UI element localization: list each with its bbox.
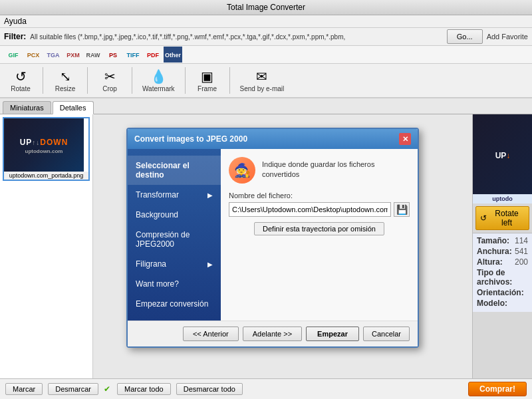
format-tga[interactable]: TGA <box>44 47 63 63</box>
app-title: Total Image Converter <box>227 3 305 12</box>
format-other[interactable]: Other <box>164 47 182 63</box>
toolbar-separator-1 <box>43 67 43 94</box>
comprar-button[interactable]: Comprar! <box>468 382 527 396</box>
menu-ayuda[interactable]: Ayuda <box>4 17 27 26</box>
dialog-header: Convert images to JPEG 2000 ✕ <box>128 129 418 149</box>
browse-button[interactable]: 💾 <box>394 202 410 217</box>
frame-icon: ▣ <box>201 68 213 84</box>
toolbar-separator-4 <box>185 67 186 94</box>
start-button[interactable]: Empezar <box>306 327 359 341</box>
tab-detalles[interactable]: Detalles <box>53 101 94 114</box>
resize-button[interactable]: ⤡ Resize <box>49 66 82 94</box>
sidebar-item-empezar[interactable]: Empezar conversión <box>128 294 221 314</box>
rotate-left-button[interactable]: ↺ Rotate left <box>475 206 529 230</box>
info-row-size: Tamaño: 114 <box>477 236 528 245</box>
check-icon: ✔ <box>104 384 110 394</box>
title-bar: Total Image Converter <box>0 0 532 15</box>
watermark-button[interactable]: 💧 Watermark <box>138 66 180 94</box>
format-raw[interactable]: RAW <box>84 47 102 63</box>
info-row-orientation: Orientación: <box>477 288 528 297</box>
thumbnail-item[interactable]: UP↑↓DOWN uptodown.com uptodown.com_porta… <box>3 117 90 181</box>
convert-dialog: Convert images to JPEG 2000 ✕ Selecciona… <box>126 128 419 348</box>
dialog-title: Convert images to JPEG 2000 <box>134 134 247 144</box>
desmarcar-todo-button[interactable]: Desmarcar todo <box>176 383 243 395</box>
info-row-filetype: Tipo de archivos: <box>477 268 528 287</box>
format-tiff[interactable]: TIFF <box>124 47 142 63</box>
sidebar-item-seleccionar[interactable]: Seleccionar el destino <box>128 156 221 185</box>
right-filename: uptodo <box>473 194 532 203</box>
rotate-icon: ↺ <box>15 68 27 84</box>
thumbnail-image: UP↑↓DOWN uptodown.com <box>4 118 84 172</box>
send-email-button[interactable]: ✉ Send by e-mail <box>235 66 289 94</box>
frame-button[interactable]: ▣ Frame <box>191 66 224 94</box>
sidebar-item-want-more[interactable]: Want more? <box>128 274 221 294</box>
right-panel: UP↓ uptodo ↺ Rotate left Tamaño: 114 Anc… <box>472 114 532 399</box>
format-ps[interactable]: PS <box>104 47 122 63</box>
filter-bar: Filter: All suitable files (*.bmp,*.jpg,… <box>0 28 532 46</box>
format-gif[interactable]: GIF <box>4 47 23 63</box>
field-label: Nombre del fichero: <box>229 192 410 200</box>
wizard-icon: 🧙 <box>229 157 255 184</box>
info-row-height: Altura: 200 <box>477 257 528 267</box>
thumbnail-logo: UP↑↓DOWN uptodown.com <box>20 136 68 154</box>
crop-icon: ✂ <box>104 68 116 84</box>
right-info-panel: Tamaño: 114 Anchura: 541 Altura: 200 Tip… <box>473 233 532 312</box>
toolbar-separator-2 <box>87 67 88 94</box>
default-path-section: Definir esta trayectoria por omisión <box>229 222 410 235</box>
info-row-model: Modelo: <box>477 299 528 308</box>
dialog-content: 🧙 Indique donde guardar los ficheros con… <box>221 149 418 321</box>
dialog-footer: << Anterior Adelante >> Empezar Cancelar <box>128 321 418 346</box>
dialog-description: Indique donde guardar los ficheros conve… <box>262 157 410 180</box>
marcar-button[interactable]: Marcar <box>5 383 43 395</box>
next-button[interactable]: Adelante >> <box>243 327 302 341</box>
email-icon: ✉ <box>256 68 267 84</box>
info-row-width: Anchura: 541 <box>477 247 528 256</box>
dialog-top-section: 🧙 Indique donde guardar los ficheros con… <box>229 157 410 184</box>
format-pxm[interactable]: PXM <box>64 47 82 63</box>
dialog-sidebar: Seleccionar el destino Transformar ▶ Bac… <box>128 149 221 321</box>
cancel-button[interactable]: Cancelar <box>363 327 410 341</box>
arrow-icon: ▶ <box>207 192 213 199</box>
format-bar: GIF PCX TGA PXM RAW PS TIFF PDF Other <box>0 46 532 64</box>
back-button[interactable]: << Anterior <box>183 327 239 341</box>
sidebar-item-transformar[interactable]: Transformar ▶ <box>128 185 221 205</box>
main-content: UP↑↓DOWN uptodown.com uptodown.com_porta… <box>0 114 532 399</box>
bottom-bar: Marcar Desmarcar ✔ Marcar todo Desmarcar… <box>0 378 532 399</box>
dialog-body: Seleccionar el destino Transformar ▶ Bac… <box>128 149 418 321</box>
thumbnail-label: uptodown.com_portada.png <box>4 172 88 180</box>
default-path-button[interactable]: Definir esta trayectoria por omisión <box>254 222 384 235</box>
field-row: 💾 <box>229 202 410 217</box>
format-pdf[interactable]: PDF <box>144 47 162 63</box>
sidebar-item-background[interactable]: Background <box>128 205 221 225</box>
dialog-close-button[interactable]: ✕ <box>399 133 411 145</box>
resize-icon: ⤡ <box>60 68 71 84</box>
sidebar-item-compresion[interactable]: Compresión de JPEG2000 <box>128 225 221 254</box>
crop-button[interactable]: ✂ Crop <box>93 66 126 94</box>
left-panel: UP↑↓DOWN uptodown.com uptodown.com_porta… <box>0 114 93 399</box>
rotate-left-label: Rotate left <box>489 209 525 227</box>
desmarcar-button[interactable]: Desmarcar <box>48 383 98 395</box>
toolbar: ↺ Rotate ⤡ Resize ✂ Crop 💧 Watermark ▣ F… <box>0 64 532 98</box>
go-button[interactable]: Go... <box>447 29 483 44</box>
marcar-todo-button[interactable]: Marcar todo <box>117 383 171 395</box>
arrow-icon-2: ▶ <box>207 261 213 268</box>
tabs-bar: Miniaturas Detalles <box>0 98 532 114</box>
rotate-button[interactable]: ↺ Rotate <box>4 66 37 94</box>
filter-label: Filter: <box>4 32 26 41</box>
tab-miniaturas[interactable]: Miniaturas <box>3 101 51 114</box>
add-favorite-link[interactable]: Add Favorite <box>487 33 528 41</box>
format-pcx[interactable]: PCX <box>24 47 43 63</box>
toolbar-separator-5 <box>229 67 230 94</box>
center-panel: Convert images to JPEG 2000 ✕ Selecciona… <box>93 114 472 399</box>
menu-bar: Ayuda <box>0 15 532 28</box>
filter-value: All suitable files (*.bmp,*.jpg,*.jpeg,*… <box>30 33 442 41</box>
watermark-icon: 💧 <box>150 68 167 84</box>
filepath-input[interactable] <box>229 202 391 217</box>
right-preview-image: UP↓ <box>473 114 532 194</box>
sidebar-item-filigrana[interactable]: Filigrana ▶ <box>128 254 221 274</box>
rotate-left-icon: ↺ <box>480 213 487 223</box>
toolbar-separator-3 <box>132 67 132 94</box>
